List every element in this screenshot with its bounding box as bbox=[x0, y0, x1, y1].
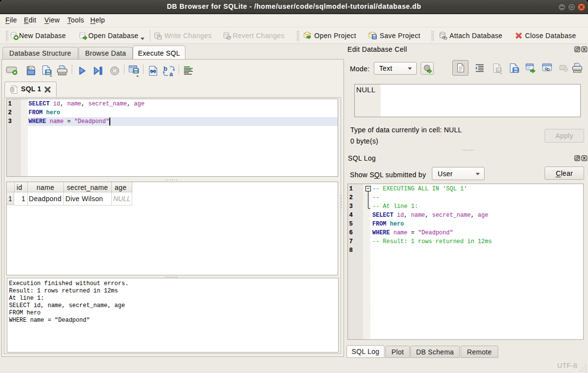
svg-text:a: a bbox=[169, 70, 173, 77]
svg-text:b: b bbox=[163, 65, 167, 72]
